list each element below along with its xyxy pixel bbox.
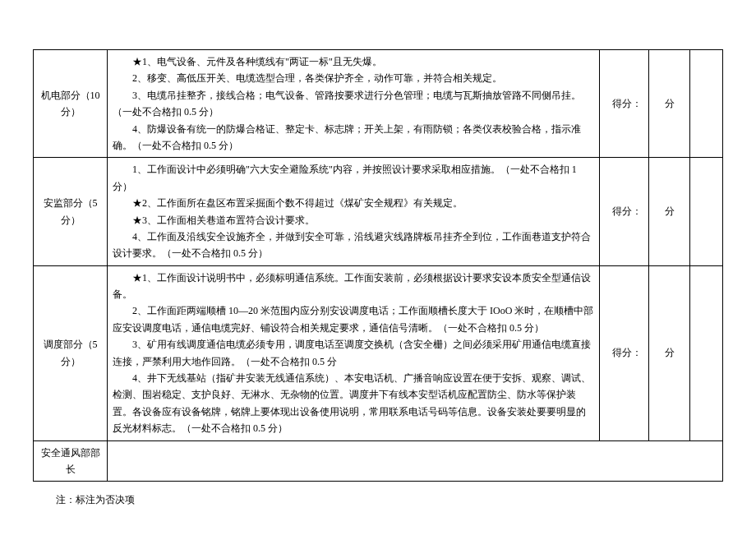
content-item: 1、工作面设计中必须明确"六大安全避险系统"内容，并按照设计要求采取相应措施。（… [113,161,594,195]
table-row: 安监部分（5分）1、工作面设计中必须明确"六大安全避险系统"内容，并按照设计要求… [34,158,723,265]
content-item: ★1、电气设备、元件及各种缆线有"两证一标"且无失爆。 [113,53,594,70]
content-item: ★1、工作面设计说明书中，必须标明通信系统。工作面安装前，必须根据设计要求安设本… [113,270,594,303]
score-unit: 分 [649,50,690,158]
content-item: 4、井下无线基站（指矿井安装无线通信系统）、本安电话机、广播音响应设置在便于安拆… [113,370,594,437]
footnote: 注：标注为否决项 [56,493,723,507]
content-item: 3、电缆吊挂整齐，接线合格；电气设备、管路按要求进行分色管理；电缆与瓦斯抽放管路… [113,87,594,121]
section-label: 安监部分（5分） [34,158,108,265]
table-row: 安全通风部部长 [34,440,723,482]
empty-cell [690,158,723,265]
content-item: 3、矿用有线调度通信电缆必须专用，调度电话至调度交换机（含安全栅）之间必须采用矿… [113,336,594,370]
score-label: 得分： [600,158,649,265]
score-unit: 分 [649,158,690,265]
content-item: ★2、工作面所在盘区布置采掘面个数不得超过《煤矿安全规程》有关规定。 [113,195,594,211]
assessment-table: 机电部分（10分）★1、电气设备、元件及各种缆线有"两证一标"且无失爆。2、移变… [33,49,723,482]
section-content: 1、工作面设计中必须明确"六大安全避险系统"内容，并按照设计要求采取相应措施。（… [108,158,600,265]
content-item: 2、工作面距两端顺槽 10—20 米范围内应分别安设调度电话；工作面顺槽长度大于… [113,302,594,336]
section-label: 安全通风部部长 [34,440,108,482]
section-label: 调度部分（5分） [34,265,108,440]
section-content: ★1、工作面设计说明书中，必须标明通信系统。工作面安装前，必须根据设计要求安设本… [108,265,600,440]
empty-cell [690,50,723,158]
score-label: 得分： [600,50,649,158]
content-item: 2、移变、高低压开关、电缆选型合理，各类保护齐全，动作可靠，并符合相关规定。 [113,70,594,86]
score-label: 得分： [600,265,649,440]
section-content: ★1、电气设备、元件及各种缆线有"两证一标"且无失爆。2、移变、高低压开关、电缆… [108,50,600,158]
content-item: ★3、工作面相关巷道布置符合设计要求。 [113,212,594,228]
section-label: 机电部分（10分） [34,50,108,158]
content-item: 4、工作面及沿线安全设施齐全，并做到安全可靠，沿线避灾线路牌板吊挂齐全到位，工作… [113,228,594,262]
score-unit: 分 [649,265,690,440]
section-content [108,440,723,482]
table-row: 调度部分（5分）★1、工作面设计说明书中，必须标明通信系统。工作面安装前，必须根… [34,265,723,440]
content-item: 4、防爆设备有统一的防爆合格证、整定卡、标志牌；开关上架，有雨防锁；各类仪表校验… [113,121,594,155]
empty-cell [690,265,723,440]
table-row: 机电部分（10分）★1、电气设备、元件及各种缆线有"两证一标"且无失爆。2、移变… [34,50,723,158]
